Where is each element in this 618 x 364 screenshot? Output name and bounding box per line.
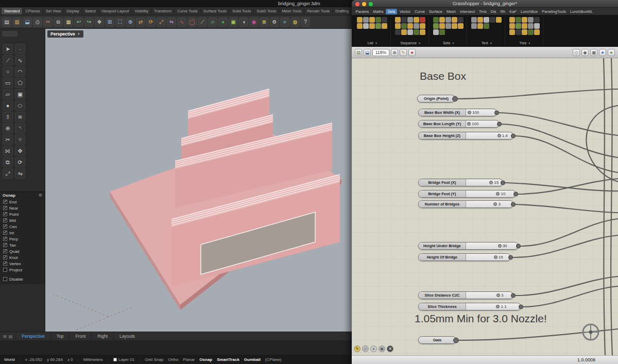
component-icon[interactable] [484, 23, 489, 29]
component-icon[interactable] [522, 29, 527, 35]
component-icon[interactable] [516, 29, 521, 35]
help-icon[interactable]: ? [301, 18, 310, 27]
preview-shaded-icon[interactable]: ◆ [581, 49, 589, 56]
slider-track[interactable]: 3 [466, 201, 513, 207]
number-slider[interactable]: Height Of Bridge 15 [418, 253, 511, 261]
copy-icon[interactable]: ⧉ [54, 18, 63, 27]
component-icon[interactable] [471, 17, 477, 23]
statusbar-toggle[interactable]: (CPlane) [265, 357, 282, 362]
checkbox[interactable] [3, 231, 7, 235]
preview-wireframe-icon[interactable]: ◇ [573, 49, 580, 56]
palette-group-footer[interactable]: List ▼ [357, 41, 388, 45]
osnap-option[interactable]: Cen [0, 223, 45, 230]
component-icon[interactable] [522, 17, 527, 23]
component-icon[interactable] [401, 29, 407, 35]
checkbox[interactable] [3, 224, 7, 229]
component-icon[interactable] [433, 23, 439, 29]
slider-track[interactable]: 100 [466, 120, 499, 127]
slider-track[interactable]: 1.4 [466, 132, 513, 139]
fillet-icon[interactable]: ◝ [15, 123, 25, 133]
rhino-toolbar-tab[interactable]: Viewport Layout [99, 8, 132, 14]
sidebar-tab[interactable] [2, 31, 18, 37]
component-icon[interactable] [528, 17, 534, 23]
component-icon[interactable] [439, 17, 445, 23]
slider-output-port[interactable] [508, 255, 513, 259]
palette-group-footer[interactable]: Sets ▼ [433, 41, 465, 45]
osnap-option[interactable]: Perp [0, 236, 45, 242]
component-icon[interactable] [395, 17, 401, 23]
component-icon[interactable] [414, 29, 419, 35]
join-icon[interactable]: ⨝ [3, 146, 13, 156]
profile-blue-icon[interactable]: ● [599, 49, 606, 56]
component-icon[interactable] [452, 17, 457, 23]
component-icon[interactable] [509, 17, 515, 23]
slider-track[interactable]: 15 [466, 254, 510, 261]
circle-icon[interactable]: ○ [3, 66, 13, 77]
grasshopper-menu-tab[interactable]: Dis [489, 9, 498, 14]
viewport-tab[interactable]: Layouts [113, 332, 141, 340]
component-icon[interactable] [363, 17, 369, 23]
statusbar-toggle[interactable]: Osnap [199, 357, 212, 362]
layers-icon[interactable]: ≣ [260, 18, 269, 27]
curve-icon[interactable]: ∿ [177, 18, 186, 27]
new-file-icon[interactable]: ▤ [2, 18, 11, 27]
slider-knob-icon[interactable] [493, 202, 497, 206]
move-icon[interactable]: ⇄ [136, 18, 145, 27]
shade-icon[interactable]: ◑ [239, 18, 248, 27]
slider-knob-icon[interactable] [468, 111, 471, 114]
render-icon[interactable]: ◉ [249, 18, 259, 27]
component-icon[interactable] [439, 29, 445, 35]
checkbox[interactable] [3, 249, 7, 253]
component-icon[interactable] [401, 17, 407, 23]
rhino-toolbar-tab[interactable]: Select [82, 8, 99, 14]
checkbox[interactable] [3, 255, 7, 259]
component-icon[interactable] [420, 29, 425, 35]
component-icon[interactable] [407, 17, 413, 23]
osnap-option[interactable]: Tan [0, 242, 45, 248]
component-icon[interactable] [433, 29, 439, 35]
box-icon[interactable]: ▣ [229, 18, 238, 27]
copy-icon[interactable]: ⧉ [3, 157, 13, 167]
checkbox[interactable] [3, 200, 7, 204]
save-icon[interactable]: ⬓ [23, 18, 32, 27]
zoom-in-icon[interactable]: ⊕ [391, 49, 398, 56]
gear-icon[interactable]: ⚙ [39, 193, 42, 198]
slider-knob-icon[interactable] [489, 181, 493, 184]
component-icon[interactable] [458, 23, 464, 29]
component-icon[interactable] [369, 17, 375, 23]
component-icon[interactable] [414, 23, 419, 29]
component-icon[interactable] [516, 23, 521, 29]
component-icon[interactable] [534, 17, 540, 23]
number-slider[interactable]: Base Box Width (X) 100 [418, 109, 497, 116]
component-icon[interactable] [534, 29, 540, 35]
component-icon[interactable] [490, 17, 495, 23]
circle-icon[interactable]: ◯ [187, 18, 197, 27]
output-port[interactable] [453, 337, 459, 343]
component-icon[interactable] [357, 17, 363, 23]
redo-icon[interactable]: ↪ [84, 18, 94, 27]
slider-knob-icon[interactable] [494, 255, 497, 259]
pan-icon[interactable]: ✥ [95, 18, 104, 27]
cylinder-icon[interactable]: ⬭ [15, 100, 25, 111]
component-icon[interactable] [382, 23, 387, 29]
osnap-option[interactable]: Quad [0, 248, 45, 254]
paste-icon[interactable]: ▦ [64, 18, 73, 27]
grasshopper-menu-tab[interactable]: Surface [427, 9, 444, 14]
component-icon[interactable] [528, 29, 534, 35]
loft-icon[interactable]: ≋ [15, 112, 25, 122]
component-icon[interactable] [452, 23, 457, 29]
rhino-toolbar-tab[interactable]: Drafting [333, 8, 352, 14]
checkbox[interactable] [3, 237, 7, 241]
rhino-toolbar-tab[interactable]: Set View [43, 8, 64, 14]
osnap-option[interactable]: Knot [0, 254, 45, 261]
component-icon[interactable] [471, 23, 477, 29]
slider-track[interactable]: 10 [466, 190, 516, 197]
slider-output-port[interactable] [516, 244, 521, 248]
slider-track[interactable]: 30 [466, 242, 518, 249]
rectangle-icon[interactable]: ▭ [3, 78, 13, 88]
component-icon[interactable] [382, 17, 387, 23]
param-component[interactable]: Origin (Point) [417, 95, 455, 102]
viewport-tab[interactable]: Perspective [15, 332, 50, 340]
grasshopper-canvas[interactable]: Base Box Origin (Point) Gate Base Box Wi… [352, 58, 618, 355]
grasshopper-menu-tab[interactable]: LunchBoxML [569, 9, 595, 14]
